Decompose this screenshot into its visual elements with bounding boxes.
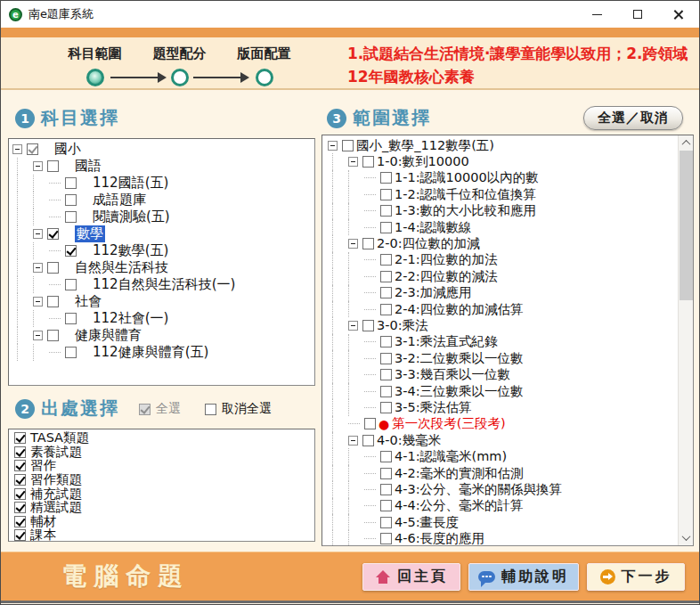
next-button[interactable]: 下一步 bbox=[587, 563, 685, 591]
tree-item-label[interactable]: 4-0:幾毫米 bbox=[377, 432, 441, 449]
source-checkbox[interactable] bbox=[14, 488, 26, 500]
minimize-button[interactable] bbox=[576, 1, 617, 28]
collapse-toggle[interactable] bbox=[12, 144, 22, 154]
tree-item[interactable]: 4-3:公分、毫米的關係與換算 bbox=[324, 481, 677, 497]
wizard-step-2[interactable]: 題型配分 bbox=[137, 45, 222, 86]
tree-checkbox[interactable] bbox=[380, 468, 392, 479]
tree-item-label[interactable]: 健康與體育 bbox=[75, 327, 142, 344]
tree-item-label[interactable]: 112健康與體育(五) bbox=[93, 344, 208, 361]
tree-item[interactable]: 112健康與體育(五) bbox=[9, 344, 314, 361]
tree-checkbox[interactable] bbox=[65, 177, 77, 189]
tree-checkbox[interactable] bbox=[380, 533, 392, 544]
tree-item-label[interactable]: 4-4:公分、毫米的計算 bbox=[395, 497, 524, 514]
tree-checkbox[interactable] bbox=[380, 451, 392, 462]
tree-item-label[interactable]: 第一次段考(三段考) bbox=[392, 415, 505, 432]
tree-item-label[interactable]: 2-3:加減應用 bbox=[395, 284, 472, 301]
close-button[interactable] bbox=[658, 1, 699, 28]
tree-checkbox[interactable] bbox=[380, 517, 392, 528]
scroll-down-button[interactable] bbox=[679, 530, 694, 545]
tree-item[interactable]: 數學 bbox=[9, 225, 314, 242]
scrollbar-thumb[interactable] bbox=[680, 151, 693, 300]
collapse-toggle[interactable] bbox=[33, 297, 43, 307]
tree-checkbox[interactable] bbox=[65, 279, 77, 290]
tree-item-label[interactable]: 3-0:乘法 bbox=[377, 317, 428, 334]
source-checkbox[interactable] bbox=[14, 474, 26, 486]
home-button[interactable]: 回主頁 bbox=[362, 563, 460, 591]
tree-item-label[interactable]: 112數學(五) bbox=[93, 242, 168, 259]
tree-checkbox[interactable] bbox=[380, 353, 392, 364]
tree-item[interactable]: 4-0:幾毫米 bbox=[324, 432, 677, 448]
tree-item-label[interactable]: 自然與生活科技 bbox=[75, 259, 168, 276]
tree-item[interactable]: 2-0:四位數的加減 bbox=[324, 235, 677, 251]
select-all-checkbox[interactable]: 全選 bbox=[134, 401, 181, 417]
tree-item-label[interactable]: 數學 bbox=[75, 225, 105, 242]
source-checkbox[interactable] bbox=[14, 446, 26, 458]
tree-checkbox[interactable] bbox=[380, 500, 392, 511]
tree-item[interactable]: 3-5:乘法估算 bbox=[324, 399, 677, 415]
tree-checkbox[interactable] bbox=[380, 254, 392, 266]
tree-item-label[interactable]: 1-1:認識10000以內的數 bbox=[395, 169, 539, 186]
tree-item[interactable]: 1-2:認識千位和位值換算 bbox=[324, 186, 677, 202]
tree-checkbox[interactable] bbox=[65, 347, 77, 358]
tree-checkbox[interactable] bbox=[342, 140, 354, 151]
tree-item[interactable]: 112數學(五) bbox=[9, 242, 314, 259]
tree-item[interactable]: 4-2:毫米的實測和估測 bbox=[324, 465, 677, 481]
deselect-all-checkbox-box[interactable] bbox=[205, 404, 216, 415]
tree-checkbox[interactable] bbox=[362, 320, 374, 331]
tree-checkbox[interactable] bbox=[47, 228, 59, 240]
tree-item[interactable]: 4-5:畫長度 bbox=[324, 514, 677, 530]
collapse-toggle[interactable] bbox=[33, 263, 43, 273]
tree-item-label[interactable]: 1-2:認識千位和位值換算 bbox=[395, 186, 536, 203]
help-button[interactable]: 輔助說明 bbox=[468, 563, 579, 591]
tree-checkbox[interactable] bbox=[362, 238, 374, 249]
tree-item[interactable]: 3-0:乘法 bbox=[324, 317, 677, 333]
tree-checkbox[interactable] bbox=[380, 271, 392, 282]
wizard-step-1[interactable]: 科目範圍 bbox=[53, 45, 137, 86]
tree-item[interactable]: 國語 bbox=[9, 158, 314, 175]
tree-checkbox[interactable] bbox=[380, 369, 392, 380]
source-checkbox[interactable] bbox=[14, 502, 26, 513]
tree-item[interactable]: 2-2:四位數的減法 bbox=[324, 268, 677, 284]
tree-item[interactable]: 112自然與生活科技(一) bbox=[9, 276, 314, 293]
tree-item[interactable]: 2-4:四位數的加減估算 bbox=[324, 301, 677, 317]
tree-item-label[interactable]: 4-5:畫長度 bbox=[395, 514, 459, 531]
deselect-all-checkbox[interactable]: 取消全選 bbox=[200, 401, 272, 417]
tree-checkbox[interactable] bbox=[380, 189, 392, 200]
vertical-scrollbar[interactable] bbox=[678, 135, 693, 545]
tree-item-label[interactable]: 4-1:認識毫米(mm) bbox=[395, 448, 507, 465]
tree-item[interactable]: 4-4:公分、毫米的計算 bbox=[324, 498, 677, 514]
tree-checkbox[interactable] bbox=[380, 172, 392, 184]
tree-item-label[interactable]: 4-6:長度的應用 bbox=[395, 530, 484, 546]
collapse-toggle[interactable] bbox=[348, 436, 358, 446]
tree-item-label[interactable]: 4-2:毫米的實測和估測 bbox=[395, 465, 524, 482]
tree-item-label[interactable]: 1-3:數的大小比較和應用 bbox=[395, 202, 536, 219]
tree-item[interactable]: 112國語(五) bbox=[9, 175, 314, 192]
tree-item-label[interactable]: 112社會(一) bbox=[93, 310, 168, 327]
tree-item-label[interactable]: 2-1:四位數的加法 bbox=[395, 251, 498, 268]
list-item[interactable]: 課本 bbox=[12, 528, 314, 542]
tree-item-label[interactable]: 閱讀測驗(五) bbox=[93, 208, 170, 225]
tree-item[interactable]: 健康與體育 bbox=[9, 327, 314, 344]
tree-checkbox[interactable] bbox=[364, 418, 376, 429]
tree-item-label[interactable]: 3-2:二位數乘以一位數 bbox=[395, 350, 524, 367]
tree-item[interactable]: 社會 bbox=[9, 293, 314, 310]
tree-checkbox[interactable] bbox=[65, 313, 77, 324]
tree-item-label[interactable]: 國小 bbox=[54, 141, 81, 158]
tree-item[interactable]: 1-1:認識10000以內的數 bbox=[324, 170, 677, 186]
tree-item[interactable]: 閱讀測驗(五) bbox=[9, 208, 314, 225]
tree-item[interactable]: 1-4:認識數線 bbox=[324, 219, 677, 235]
collapse-toggle[interactable] bbox=[33, 331, 43, 340]
tree-checkbox[interactable] bbox=[362, 435, 374, 446]
tree-checkbox[interactable] bbox=[380, 304, 392, 315]
tree-item-label[interactable]: 1-0:數到10000 bbox=[377, 153, 469, 170]
tree-item[interactable]: 2-3:加減應用 bbox=[324, 285, 677, 301]
tree-checkbox[interactable] bbox=[380, 336, 392, 347]
scroll-up-button[interactable] bbox=[679, 135, 694, 151]
tree-item-label[interactable]: 112自然與生活科技(一) bbox=[93, 276, 235, 293]
tree-item[interactable]: 4-6:長度的應用 bbox=[324, 530, 677, 546]
tree-item[interactable]: ●第一次段考(三段考) bbox=[324, 416, 677, 432]
tree-checkbox[interactable] bbox=[27, 143, 38, 155]
tree-item-label[interactable]: 3-1:乘法直式紀錄 bbox=[395, 333, 498, 350]
tree-item[interactable]: 國小 bbox=[9, 141, 314, 158]
tree-checkbox[interactable] bbox=[47, 296, 59, 307]
